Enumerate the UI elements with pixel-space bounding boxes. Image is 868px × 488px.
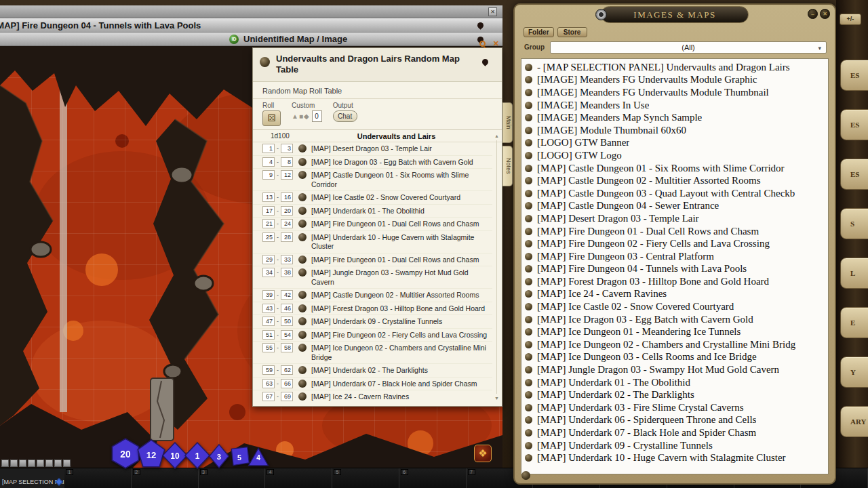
- list-item[interactable]: [LOGO] GTW Logo: [525, 149, 828, 162]
- record-orb-icon[interactable]: [521, 471, 530, 480]
- roll-result-label[interactable]: [MAP] Underdark 01 - The Obolithid: [311, 206, 425, 216]
- map-toolbar-tile[interactable]: [63, 460, 71, 467]
- roll-to[interactable]: 38: [281, 268, 293, 277]
- group-dropdown[interactable]: (All) ▾: [550, 41, 827, 54]
- roll-to[interactable]: 8: [281, 157, 293, 167]
- images-maps-panel[interactable]: IMAGES & MAPS – ✕ Folder Store Group (Al…: [513, 3, 836, 485]
- record-orb-icon[interactable]: [525, 442, 532, 449]
- map-toolbar-tile[interactable]: [10, 460, 18, 467]
- map-link-icon[interactable]: [298, 171, 307, 179]
- roll-to[interactable]: 20: [281, 206, 293, 216]
- map-link-icon[interactable]: [298, 268, 307, 277]
- roll-from[interactable]: 34: [262, 268, 275, 277]
- map-link-icon[interactable]: [298, 392, 307, 401]
- roll-to[interactable]: 16: [281, 192, 293, 202]
- roll-to[interactable]: 42: [281, 290, 293, 300]
- roll-from[interactable]: 67: [262, 392, 275, 401]
- sidebar-shortcut-button[interactable]: L: [840, 258, 868, 289]
- scrollbar-track[interactable]: [496, 140, 497, 394]
- table-row[interactable]: 17 - 20 [MAP] Underdark 01 - The Obolith…: [253, 205, 492, 218]
- record-orb-icon[interactable]: [525, 366, 532, 373]
- record-orb-icon[interactable]: [525, 165, 532, 172]
- table-row[interactable]: 59 - 62 [MAP] Underdark 02 - The Darklig…: [253, 364, 492, 378]
- sidebar-shortcut-button[interactable]: E: [840, 307, 868, 338]
- list-item[interactable]: [IMAGE] Meanders Map Synch Sample: [525, 111, 828, 124]
- list-item[interactable]: [MAP] Underdark 03 - Fire Slime Crystal …: [525, 401, 828, 414]
- roll-result-label[interactable]: [MAP] Jungle Dragon 03 - Swampy Hot Mud …: [311, 268, 490, 287]
- map-link-icon[interactable]: [298, 380, 307, 388]
- dice-tray[interactable]: 20 12 10 1 3 5 4: [110, 428, 265, 469]
- table-scrollbar[interactable]: ▲ ▼: [493, 134, 500, 401]
- map-window-topstrip[interactable]: ✕: [0, 5, 502, 18]
- table-row[interactable]: 39 - 42 [MAP] Castle Dungeon 02 - Multit…: [253, 289, 492, 302]
- map-window-titlebar[interactable]: [MAP] Fire Dungeon 04 - Tunnels with Lav…: [0, 18, 502, 33]
- roll-result-label[interactable]: [MAP] Ice Castle 02 - Snow Covered Court…: [311, 192, 460, 203]
- record-orb-icon[interactable]: [525, 202, 532, 209]
- hotkey-slot[interactable]: 5: [332, 468, 399, 488]
- roll-from[interactable]: 47: [262, 317, 275, 326]
- map-link-icon[interactable]: [298, 317, 307, 325]
- record-orb-icon[interactable]: [260, 57, 270, 67]
- minimize-icon[interactable]: –: [808, 9, 818, 19]
- table-row[interactable]: 34 - 38 [MAP] Jungle Dragon 03 - Swampy …: [253, 266, 492, 289]
- list-item[interactable]: [MAP] Underdark 02 - The Darklights: [525, 388, 828, 401]
- list-item[interactable]: [MAP] Fire Dungeon 01 - Dual Cell Rows a…: [525, 225, 828, 238]
- record-orb-icon[interactable]: [525, 353, 532, 361]
- roll-to[interactable]: 33: [281, 255, 293, 264]
- roll-to[interactable]: 54: [281, 330, 293, 340]
- roll-from[interactable]: 51: [262, 330, 275, 340]
- list-item[interactable]: [MAP] Ice Dungeon 01 - Meandering Ice Tu…: [525, 325, 828, 338]
- record-orb-icon[interactable]: [525, 127, 532, 134]
- roll-to[interactable]: 12: [281, 170, 293, 180]
- roll-result-label[interactable]: [MAP] Forest Dragon 03 - Hilltop Bone an…: [311, 304, 485, 314]
- roll-result-label[interactable]: [MAP] Desert Dragon 03 - Temple Lair: [311, 144, 432, 154]
- map-link-icon[interactable]: [298, 193, 307, 201]
- roll-to[interactable]: 66: [281, 379, 293, 388]
- record-orb-icon[interactable]: [525, 89, 532, 96]
- roll-result-label[interactable]: [MAP] Castle Dungeon 02 - Multitier Asso…: [311, 290, 479, 300]
- list-item[interactable]: [IMAGE] Meanders FG Undervaults Module T…: [525, 86, 828, 99]
- roll-result-label[interactable]: [MAP] Ice 24 - Cavern Ravines: [311, 392, 409, 402]
- list-item[interactable]: [MAP] Castle Dungeon 04 - Sewer Entrance: [525, 200, 828, 213]
- record-orb-icon[interactable]: [525, 454, 532, 462]
- tab-notes[interactable]: Notes: [502, 146, 513, 186]
- map-link-icon[interactable]: [298, 233, 307, 241]
- map-link-icon[interactable]: [298, 144, 307, 152]
- list-item[interactable]: [MAP] Underdark 07 - Black Hole and Spid…: [525, 426, 828, 439]
- record-orb-icon[interactable]: [525, 404, 532, 411]
- roll-to[interactable]: 3: [281, 144, 293, 153]
- record-orb-icon[interactable]: [525, 429, 532, 436]
- modifier-field[interactable]: 0: [312, 110, 322, 122]
- table-row[interactable]: 51 - 54 [MAP] Fire Dungeon 02 - Fiery Ce…: [253, 329, 492, 342]
- map-link-icon[interactable]: [298, 331, 307, 339]
- table-row[interactable]: 4 - 8 [MAP] Ice Dragon 03 - Egg Batch wi…: [253, 156, 492, 169]
- list-item[interactable]: [MAP] Underdark 06 - Spiderqueen Throne …: [525, 414, 828, 427]
- roll-result-label[interactable]: [MAP] Underdark 02 - The Darklights: [311, 365, 428, 375]
- store-button[interactable]: Store: [557, 27, 587, 37]
- random-table-window[interactable]: ✕ Undervaults and Dragon Lairs Random Ma…: [252, 47, 502, 407]
- record-orb-icon[interactable]: [525, 290, 532, 298]
- tab-main[interactable]: Main: [502, 102, 513, 143]
- list-item[interactable]: [IMAGE] Meanders In Use: [525, 99, 828, 112]
- sidebar-shortcut-button[interactable]: ARY: [840, 406, 868, 437]
- record-orb-icon[interactable]: [525, 328, 532, 336]
- roll-result-label[interactable]: [MAP] Ice Dragon 03 - Egg Batch with Cav…: [311, 157, 473, 167]
- list-item[interactable]: [IMAGE] Module Thumbnail 60x60: [525, 124, 828, 137]
- roll-result-label[interactable]: [MAP] Castle Dungeon 01 - Six Rooms with…: [311, 170, 490, 189]
- list-item[interactable]: [MAP] Ice Dragon 03 - Egg Batch with Cav…: [525, 313, 828, 326]
- roll-from[interactable]: 29: [262, 255, 275, 264]
- record-orb-icon[interactable]: [525, 76, 532, 83]
- roll-from[interactable]: 9: [262, 170, 275, 180]
- close-icon[interactable]: ✕: [488, 7, 497, 16]
- map-toolbar[interactable]: [1, 460, 71, 467]
- roll-result-label[interactable]: [MAP] Underdark 09 - Crystalline Tunnels: [311, 317, 442, 327]
- roll-to[interactable]: 62: [281, 365, 293, 375]
- hotkey-slot[interactable]: 1: [64, 468, 132, 488]
- record-orb-icon[interactable]: [525, 303, 532, 310]
- roll-from[interactable]: 55: [262, 343, 275, 352]
- zoom-toggle-button[interactable]: +/-: [840, 14, 861, 25]
- record-orb-icon[interactable]: [525, 228, 532, 235]
- images-list[interactable]: - [MAP SELECTION PANEL] Undervaults and …: [521, 58, 829, 474]
- record-orb-icon[interactable]: [525, 190, 532, 197]
- table-row[interactable]: 43 - 46 [MAP] Forest Dragon 03 - Hilltop…: [253, 302, 492, 316]
